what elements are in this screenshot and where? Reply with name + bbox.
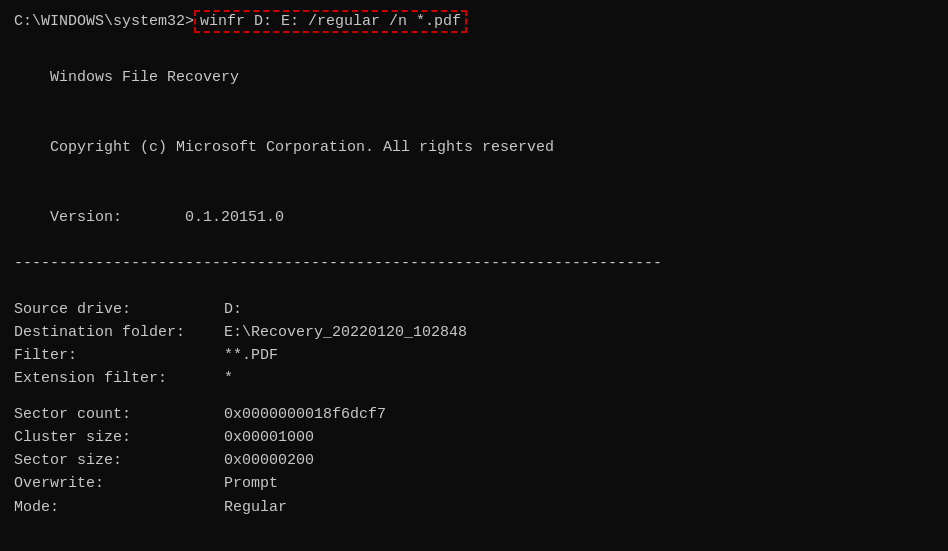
prompt-path: C:\WINDOWS\system32>: [14, 13, 194, 30]
prompt-line: C:\WINDOWS\system32> winfr D: E: /regula…: [14, 10, 934, 33]
version-value: 0.1.20151.0: [122, 209, 284, 226]
field-label: Sector count:: [14, 403, 224, 426]
field-label: Source drive:: [14, 298, 224, 321]
field-value: Regular: [224, 496, 287, 519]
field-label: Cluster size:: [14, 426, 224, 449]
terminal-window: C:\WINDOWS\system32> winfr D: E: /regula…: [0, 0, 948, 551]
table-row: Extension filter:*: [14, 367, 934, 390]
table-row: Overwrite:Prompt: [14, 472, 934, 495]
version-line: Version: 0.1.20151.0: [14, 183, 934, 253]
field-value: 0x0000000018f6dcf7: [224, 403, 386, 426]
command-text: winfr D: E: /regular /n *.pdf: [194, 10, 467, 33]
field-label: Filter:: [14, 344, 224, 367]
field-value: E:\Recovery_20220120_102848: [224, 321, 467, 344]
fields-group-1: Source drive:D:Destination folder:E:\Rec…: [14, 298, 934, 391]
field-value: Prompt: [224, 472, 278, 495]
app-name-line: Windows File Recovery: [14, 43, 934, 113]
field-label: Extension filter:: [14, 367, 224, 390]
field-label: Mode:: [14, 496, 224, 519]
field-value: D:: [224, 298, 242, 321]
field-value: **.PDF: [224, 344, 278, 367]
app-name: Windows File Recovery: [50, 69, 239, 86]
field-value: 0x00000200: [224, 449, 314, 472]
copyright-text: Copyright (c) Microsoft Corporation. All…: [50, 139, 554, 156]
table-row: Destination folder:E:\Recovery_20220120_…: [14, 321, 934, 344]
field-value: *: [224, 367, 233, 390]
table-row: Sector count:0x0000000018f6dcf7: [14, 403, 934, 426]
version-label: Version:: [50, 209, 122, 226]
divider: ----------------------------------------…: [14, 252, 934, 275]
fields-group-2: Sector count:0x0000000018f6dcf7Cluster s…: [14, 403, 934, 519]
table-row: Source drive:D:: [14, 298, 934, 321]
field-value: 0x00001000: [224, 426, 314, 449]
field-label: Destination folder:: [14, 321, 224, 344]
table-row: Mode:Regular: [14, 496, 934, 519]
field-label: Overwrite:: [14, 472, 224, 495]
copyright-line: Copyright (c) Microsoft Corporation. All…: [14, 113, 934, 183]
table-row: Sector size:0x00000200: [14, 449, 934, 472]
table-row: Filter:**.PDF: [14, 344, 934, 367]
table-row: Cluster size:0x00001000: [14, 426, 934, 449]
field-label: Sector size:: [14, 449, 224, 472]
